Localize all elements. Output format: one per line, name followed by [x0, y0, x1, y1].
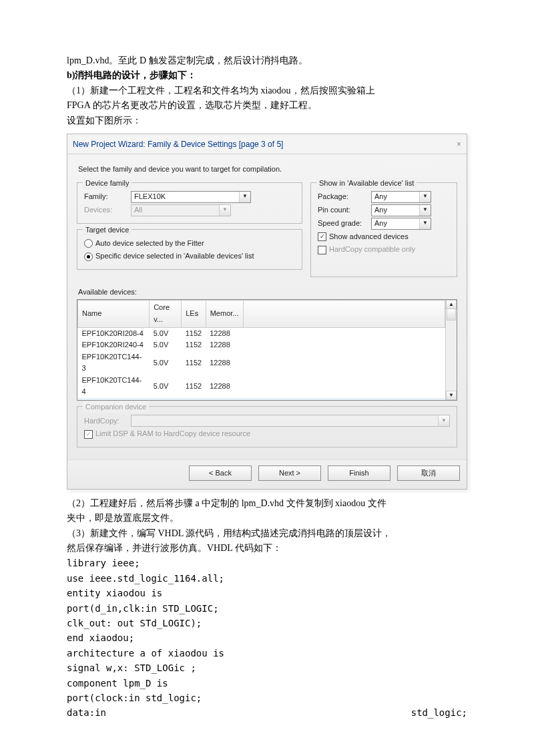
- chevron-down-icon: ▼: [419, 218, 431, 229]
- step3-b: 然后保存编译，并进行波形仿真。VHDL 代码如下：: [67, 541, 467, 556]
- finish-button[interactable]: Finish: [328, 465, 390, 481]
- back-button[interactable]: < Back: [189, 465, 252, 481]
- pincount-combo[interactable]: Any ▼: [371, 204, 431, 216]
- after-text: （2）工程建好后，然后将步骤 a 中定制的 lpm_D.vhd 文件复制到 xi…: [67, 496, 467, 556]
- show-list-legend: Show in 'Available device' list: [316, 178, 417, 190]
- close-icon[interactable]: ×: [457, 138, 461, 151]
- step1-b: FPGA 的芯片名更改芯片的设置，选取芯片类型，建好工程。: [67, 98, 467, 113]
- next-button[interactable]: Next >: [258, 465, 321, 481]
- step1-a: （1）新建一个工程文件，工程名和文件名均为 xiaodou，然后按照实验箱上: [67, 83, 467, 98]
- scroll-thumb[interactable]: [447, 309, 456, 321]
- scroll-up-icon[interactable]: ▲: [446, 300, 457, 309]
- table-row[interactable]: EPF10K20RI240-45.0V115212288: [78, 339, 445, 351]
- companion-legend: Companion device: [83, 401, 149, 413]
- hc-only-checkbox: HardCopy compatible only: [318, 244, 450, 256]
- hardcopy-combo: ▼: [131, 415, 450, 427]
- scroll-down-icon[interactable]: ▼: [446, 391, 457, 400]
- available-label: Available devices:: [78, 287, 457, 299]
- section-b-title: b)消抖电路的设计，步骤如下：: [67, 68, 467, 83]
- chevron-down-icon: ▼: [419, 205, 431, 216]
- step1-c: 设置如下图所示：: [67, 114, 467, 128]
- package-combo[interactable]: Any ▼: [371, 191, 431, 203]
- speed-label: Speed grade:: [318, 218, 371, 230]
- wizard-dialog: New Project Wizard: Family & Device Sett…: [67, 134, 467, 490]
- devices-combo: All ▼: [131, 204, 231, 216]
- dialog-instruction: Select the family and device you want to…: [78, 164, 457, 176]
- table-row[interactable]: EPF10K20TC144-45.0V115212288: [78, 375, 445, 398]
- column-header[interactable]: Core v...: [150, 301, 182, 327]
- chevron-down-icon: ▼: [438, 415, 449, 426]
- chevron-down-icon: ▼: [239, 192, 250, 202]
- devices-label: Devices:: [84, 204, 131, 216]
- check-icon: [318, 246, 326, 254]
- devices-table[interactable]: NameCore v...LEsMemor... EPF10K20RI208-4…: [77, 299, 457, 401]
- intro-line1: lpm_D.vhd。至此 D 触发器定制完成，然后设计消抖电路。: [67, 53, 467, 68]
- dialog-title: New Project Wizard: Family & Device Sett…: [73, 138, 283, 151]
- intro-text: lpm_D.vhd。至此 D 触发器定制完成，然后设计消抖电路。 b)消抖电路的…: [67, 53, 467, 128]
- companion-group: Companion device HardCopy: ▼ Limit DSP &…: [77, 406, 457, 447]
- show-list-group: Show in 'Available device' list Package:…: [310, 182, 457, 277]
- limit-dsp-checkbox: Limit DSP & RAM to HardCopy device resou…: [84, 428, 450, 440]
- check-icon: [84, 430, 93, 439]
- family-combo[interactable]: FLEX10K ▼: [131, 191, 251, 203]
- target-device-group: Target device Auto device selected by th…: [77, 229, 302, 270]
- step2-b: 夹中，即是放置底层文件。: [67, 511, 467, 526]
- chevron-down-icon: ▼: [419, 192, 431, 202]
- radio-auto[interactable]: Auto device selected by the Fitter: [84, 238, 295, 250]
- column-header[interactable]: Name: [78, 301, 150, 327]
- table-row[interactable]: EPF10K20RI208-45.0V115212288: [78, 327, 445, 339]
- hardcopy-label: HardCopy:: [84, 415, 131, 427]
- cancel-button[interactable]: 取消: [397, 465, 460, 481]
- step2-a: （2）工程建好后，然后将步骤 a 中定制的 lpm_D.vhd 文件复制到 xi…: [67, 496, 467, 511]
- device-family-legend: Device family: [83, 178, 131, 190]
- target-legend: Target device: [83, 224, 131, 236]
- radio-icon: [84, 252, 93, 261]
- family-label: Family:: [84, 191, 131, 203]
- speed-combo[interactable]: Any ▼: [371, 218, 431, 230]
- dialog-titlebar: New Project Wizard: Family & Device Sett…: [67, 134, 467, 154]
- device-family-group: Device family Family: FLEX10K ▼ Devices:: [77, 182, 302, 224]
- radio-icon: [84, 239, 93, 248]
- step3-a: （3）新建文件，编写 VHDL 源代码，用结构式描述完成消抖电路的顶层设计，: [67, 526, 467, 541]
- dialog-button-row: < Back Next > Finish 取消: [67, 459, 467, 489]
- package-label: Package:: [318, 191, 371, 203]
- table-row[interactable]: EPF10K20TC144-35.0V115212288: [78, 351, 445, 375]
- adv-checkbox[interactable]: Show advanced devices: [318, 231, 450, 243]
- column-header[interactable]: Memor...: [206, 301, 243, 327]
- column-header[interactable]: LEs: [182, 301, 206, 327]
- pincount-label: Pin count:: [318, 204, 371, 216]
- vhdl-code: library ieee; use ieee.std_logic_1164.al…: [67, 556, 467, 720]
- table-row[interactable]: EPF10K20TI144-45.0V115212288: [78, 398, 445, 401]
- radio-specific[interactable]: Specific device selected in 'Available d…: [84, 250, 295, 262]
- check-icon: [318, 232, 326, 241]
- scrollbar[interactable]: ▲ ▼: [445, 300, 457, 400]
- chevron-down-icon: ▼: [219, 205, 230, 216]
